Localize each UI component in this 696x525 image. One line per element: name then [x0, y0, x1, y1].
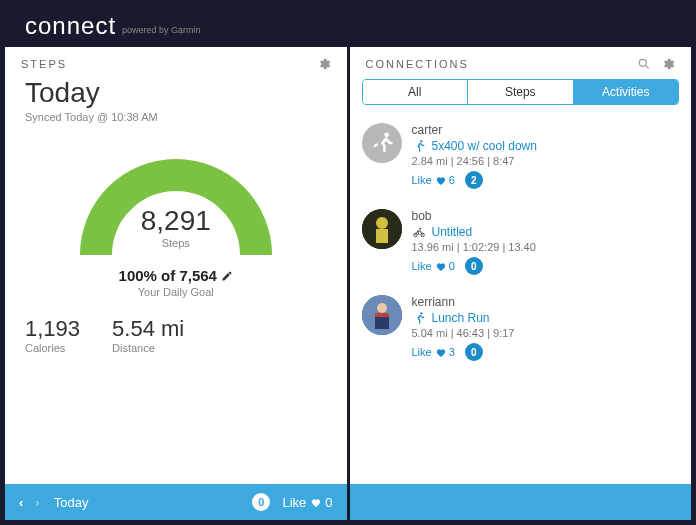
svg-rect-13	[375, 313, 389, 317]
feed-actions: Like 3 0	[412, 343, 680, 361]
feed-actions: Like 0 0	[412, 257, 680, 275]
logo: connect	[25, 12, 116, 40]
next-arrow-icon[interactable]: ›	[35, 495, 39, 510]
feed-comment-badge[interactable]: 0	[465, 343, 483, 361]
svg-point-9	[419, 228, 421, 230]
distance-value: 5.54 mi	[112, 316, 184, 342]
synced-text: Synced Today @ 10:38 AM	[25, 111, 327, 123]
gear-icon[interactable]	[317, 57, 331, 71]
feed-username: carter	[412, 123, 680, 137]
feed-username: bob	[412, 209, 680, 223]
svg-point-2	[384, 133, 389, 138]
heart-icon	[310, 497, 321, 508]
calories-value: 1,193	[25, 316, 80, 342]
feed-activity-title: Untitled	[432, 225, 473, 239]
distance-label: Distance	[112, 342, 184, 354]
feed-like-label: Like	[412, 174, 432, 186]
tab-steps[interactable]: Steps	[467, 80, 573, 104]
feed-like-label: Like	[412, 260, 432, 272]
gauge-center: 8,291 Steps	[76, 205, 276, 249]
feed-like-button[interactable]: Like 3	[412, 346, 455, 358]
heart-icon	[435, 261, 446, 272]
footer-like-label: Like	[282, 495, 306, 510]
goal-line: 100% of 7,564	[119, 267, 233, 284]
feed-item: carter 5x400 w/ cool down 2.84 mi | 24:5…	[362, 115, 680, 201]
heart-icon	[435, 175, 446, 186]
feed-activity-link[interactable]: Lunch Run	[412, 311, 680, 325]
footer-comments-badge[interactable]: 0	[252, 493, 270, 511]
feed-activity-title: 5x400 w/ cool down	[432, 139, 537, 153]
steps-panel: STEPS Today Synced Today @ 10:38 AM 8,29…	[5, 47, 350, 520]
feed-meta: 5.04 mi | 46:43 | 9:17	[412, 327, 680, 339]
content-row: STEPS Today Synced Today @ 10:38 AM 8,29…	[5, 47, 691, 520]
svg-point-3	[420, 140, 422, 142]
goal-sub: Your Daily Goal	[138, 286, 214, 298]
svg-point-5	[376, 217, 388, 229]
connections-header-icons	[637, 57, 675, 71]
bike-icon	[412, 225, 426, 239]
feed-like-count: 0	[449, 260, 455, 272]
stat-distance: 5.54 mi Distance	[112, 316, 184, 354]
steps-footer: ‹ › Today 0 Like 0	[5, 484, 347, 520]
avatar[interactable]	[362, 123, 402, 163]
prev-arrow-icon[interactable]: ‹	[19, 495, 23, 510]
feed-activity-title: Lunch Run	[432, 311, 490, 325]
svg-point-8	[420, 233, 424, 237]
feed-item: bob Untitled 13.96 mi | 1:02:29 | 13.40 …	[362, 201, 680, 287]
logo-tagline: powered by Garmin	[122, 25, 201, 35]
svg-point-14	[420, 312, 422, 314]
feed-actions: Like 6 2	[412, 171, 680, 189]
footer-period: Today	[54, 495, 89, 510]
gauge-wrap: 8,291 Steps 100% of 7,564 Your Daily Goa…	[5, 145, 347, 298]
app-header: connect powered by Garmin	[5, 5, 691, 47]
steps-panel-title: STEPS	[21, 58, 67, 70]
feed-body: bob Untitled 13.96 mi | 1:02:29 | 13.40 …	[412, 209, 680, 275]
calories-label: Calories	[25, 342, 80, 354]
run-icon	[412, 311, 426, 325]
search-icon[interactable]	[637, 57, 651, 71]
feed-like-label: Like	[412, 346, 432, 358]
feed-comment-badge[interactable]: 2	[465, 171, 483, 189]
feed-username: kerriann	[412, 295, 680, 309]
connections-title: CONNECTIONS	[366, 58, 469, 70]
feed-like-count: 6	[449, 174, 455, 186]
heart-icon	[435, 347, 446, 358]
feed-activity-link[interactable]: Untitled	[412, 225, 680, 239]
footer-like-count: 0	[325, 495, 332, 510]
svg-point-11	[377, 303, 387, 313]
svg-rect-6	[376, 229, 388, 243]
feed-comment-badge[interactable]: 0	[465, 257, 483, 275]
svg-point-0	[639, 59, 646, 66]
feed-meta: 2.84 mi | 24:56 | 8:47	[412, 155, 680, 167]
steps-gauge: 8,291 Steps	[76, 145, 276, 265]
feed-activity-link[interactable]: 5x400 w/ cool down	[412, 139, 680, 153]
avatar[interactable]	[362, 295, 402, 335]
tab-activities[interactable]: Activities	[573, 80, 679, 104]
pencil-icon[interactable]	[221, 270, 233, 282]
connections-tabs: All Steps Activities	[362, 79, 680, 105]
feed-meta: 13.96 mi | 1:02:29 | 13.40	[412, 241, 680, 253]
activity-feed: carter 5x400 w/ cool down 2.84 mi | 24:5…	[350, 115, 692, 520]
feed-like-button[interactable]: Like 0	[412, 260, 455, 272]
footer-arrows: ‹ ›	[19, 495, 40, 510]
footer-like-button[interactable]: Like 0	[282, 495, 332, 510]
avatar[interactable]	[362, 209, 402, 249]
svg-line-1	[645, 65, 648, 68]
connections-footer	[350, 484, 692, 520]
steps-panel-header: STEPS	[5, 47, 347, 77]
steps-value: 8,291	[76, 205, 276, 237]
feed-body: kerriann Lunch Run 5.04 mi | 46:43 | 9:1…	[412, 295, 680, 361]
steps-label: Steps	[76, 237, 276, 249]
tab-all[interactable]: All	[363, 80, 468, 104]
feed-item: kerriann Lunch Run 5.04 mi | 46:43 | 9:1…	[362, 287, 680, 373]
feed-like-count: 3	[449, 346, 455, 358]
connections-panel-header: CONNECTIONS	[350, 47, 692, 77]
feed-like-button[interactable]: Like 6	[412, 174, 455, 186]
stat-calories: 1,193 Calories	[25, 316, 80, 354]
connections-panel: CONNECTIONS All Steps Activities carter	[350, 47, 692, 520]
feed-body: carter 5x400 w/ cool down 2.84 mi | 24:5…	[412, 123, 680, 189]
stats-row: 1,193 Calories 5.54 mi Distance	[5, 298, 347, 354]
gear-icon[interactable]	[661, 57, 675, 71]
run-icon	[412, 139, 426, 153]
svg-point-7	[413, 233, 417, 237]
